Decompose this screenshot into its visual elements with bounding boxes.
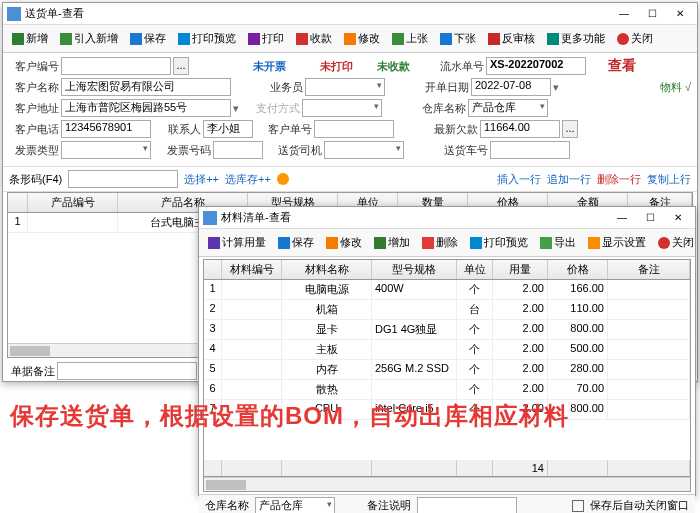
down-icon <box>440 33 452 45</box>
custname-input[interactable]: 上海宏图贸易有限公司 <box>61 78 231 96</box>
custno-input[interactable] <box>61 57 171 75</box>
display-button[interactable]: 显示设置 <box>583 233 651 252</box>
warehouse-select2[interactable]: 产品仓库 <box>255 497 335 514</box>
material-grid: 材料编号 材料名称 型号规格 单位 用量 价格 备注 1电脑电源400W个2.0… <box>203 259 691 492</box>
new-button[interactable]: 新增 <box>7 29 53 48</box>
lbl-addr: 客户地址 <box>9 101 59 116</box>
titlebar[interactable]: 送货单-查看 — ☐ ✕ <box>3 3 697 25</box>
autoclose-checkbox[interactable] <box>572 500 584 512</box>
save-button[interactable]: 保存 <box>273 233 319 252</box>
form-area: 客户编号 ... 未开票 未打印 未收款 流水单号 XS-202207002 查… <box>3 53 697 166</box>
print-icon <box>248 33 260 45</box>
table-row[interactable]: 3显卡DG1 4G独显个2.00800.00 <box>204 320 690 340</box>
shipno-input[interactable] <box>490 141 570 159</box>
calc-button[interactable]: 计算用量 <box>203 233 271 252</box>
paymode-select[interactable] <box>302 99 382 117</box>
preview-button[interactable]: 打印预览 <box>465 233 533 252</box>
preview-button[interactable]: 打印预览 <box>173 29 241 48</box>
close-button[interactable]: ✕ <box>667 5 693 23</box>
close-button[interactable]: ✕ <box>665 209 691 227</box>
lbl-serial: 流水单号 <box>434 59 484 74</box>
add-button[interactable]: 增加 <box>369 233 415 252</box>
plus-icon <box>12 33 24 45</box>
table-row[interactable]: 2机箱台2.00110.00 <box>204 300 690 320</box>
preview-icon <box>470 237 482 249</box>
insert-row[interactable]: 插入一行 <box>497 172 541 187</box>
more-icon <box>547 33 559 45</box>
more-button[interactable]: 更多功能 <box>542 29 610 48</box>
invno-input[interactable] <box>213 141 263 159</box>
append-row[interactable]: 追加一行 <box>547 172 591 187</box>
refresh-icon[interactable] <box>277 173 289 185</box>
custno-lookup[interactable]: ... <box>173 57 189 75</box>
lbl-ordermemo: 单据备注 <box>11 364 55 379</box>
lbl-memo2: 备注说明 <box>367 498 411 513</box>
material-flag[interactable]: 物料 √ <box>660 80 691 95</box>
table-row[interactable]: 6散热个2.0070.00 <box>204 380 690 400</box>
lbl-custno: 客户编号 <box>9 59 59 74</box>
table-row[interactable]: 4主板个2.00500.00 <box>204 340 690 360</box>
app-icon <box>7 7 21 21</box>
titlebar2[interactable]: 材料清单-查看 — ☐ ✕ <box>199 207 695 229</box>
tel-input[interactable]: 12345678901 <box>61 120 151 138</box>
close-tb-button[interactable]: 关闭 <box>612 29 658 48</box>
save-icon <box>130 33 142 45</box>
export-button[interactable]: 导出 <box>535 233 581 252</box>
review-icon <box>488 33 500 45</box>
debt-input[interactable]: 11664.00 <box>480 120 560 138</box>
warehouse-select[interactable]: 产品仓库 <box>468 99 548 117</box>
banner-text: 保存送货单，根据设置的BOM，自动出库相应材料 <box>10 400 690 432</box>
minimize-button[interactable]: — <box>611 5 637 23</box>
print-button[interactable]: 打印 <box>243 29 289 48</box>
modify-button[interactable]: 修改 <box>339 29 385 48</box>
lbl-warehouse: 仓库名称 <box>416 101 466 116</box>
del-button[interactable]: 删除 <box>417 233 463 252</box>
delete-row[interactable]: 删除一行 <box>597 172 641 187</box>
import-icon <box>60 33 72 45</box>
window-controls2: — ☐ ✕ <box>609 209 691 227</box>
select-stock[interactable]: 选库存++ <box>225 172 271 187</box>
close-tb-button[interactable]: 关闭 <box>653 233 699 252</box>
grid-header2: 材料编号 材料名称 型号规格 单位 用量 价格 备注 <box>204 260 690 280</box>
contact-input[interactable]: 李小姐 <box>203 120 253 138</box>
copy-up[interactable]: 复制上行 <box>647 172 691 187</box>
minus-icon <box>422 237 434 249</box>
material-window: 材料清单-查看 — ☐ ✕ 计算用量 保存 修改 增加 删除 打印预览 导出 显… <box>198 206 696 496</box>
invtype-select[interactable] <box>61 141 151 159</box>
maximize-button[interactable]: ☐ <box>637 209 663 227</box>
select-pp[interactable]: 选择++ <box>184 172 219 187</box>
h-scrollbar2[interactable] <box>204 477 690 491</box>
custorder-input[interactable] <box>314 120 394 138</box>
lbl-bizemp: 业务员 <box>253 80 303 95</box>
save-button[interactable]: 保存 <box>125 29 171 48</box>
lbl-paymode: 支付方式 <box>250 101 300 116</box>
modify-button[interactable]: 修改 <box>321 233 367 252</box>
minimize-button[interactable]: — <box>609 209 635 227</box>
memo-input2[interactable] <box>417 497 517 514</box>
close-icon <box>617 33 629 45</box>
memo-input[interactable] <box>57 362 197 380</box>
driver-select[interactable] <box>324 141 404 159</box>
status-notcollected: 未收款 <box>377 59 410 74</box>
billdate-input[interactable]: 2022-07-08 <box>471 78 551 96</box>
lbl-shipno: 送货车号 <box>438 143 488 158</box>
calc-icon <box>208 237 220 249</box>
lbl-custorder: 客户单号 <box>262 122 312 137</box>
maximize-button[interactable]: ☐ <box>639 5 665 23</box>
collect-button[interactable]: 收款 <box>291 29 337 48</box>
unreview-button[interactable]: 反审核 <box>483 29 540 48</box>
addr-input[interactable]: 上海市普陀区梅园路55号 <box>61 99 231 117</box>
barcode-row: 条形码(F4) 选择++ 选库存++ 插入一行 追加一行 删除一行 复制上行 <box>3 166 697 192</box>
table-row[interactable]: 1电脑电源400W个2.00166.00 <box>204 280 690 300</box>
prev-button[interactable]: 上张 <box>387 29 433 48</box>
next-button[interactable]: 下张 <box>435 29 481 48</box>
lbl-autoclose: 保存后自动关闭窗口 <box>590 498 689 513</box>
lbl-billdate: 开单日期 <box>419 80 469 95</box>
debt-lookup[interactable]: ... <box>562 120 578 138</box>
bizemp-select[interactable] <box>305 78 385 96</box>
table-row[interactable]: 5内存256G M.2 SSD个2.00280.00 <box>204 360 690 380</box>
lbl-debt: 最新欠款 <box>428 122 478 137</box>
import-button[interactable]: 引入新增 <box>55 29 123 48</box>
barcode-input[interactable] <box>68 170 178 188</box>
serial-input[interactable]: XS-202207002 <box>486 57 586 75</box>
